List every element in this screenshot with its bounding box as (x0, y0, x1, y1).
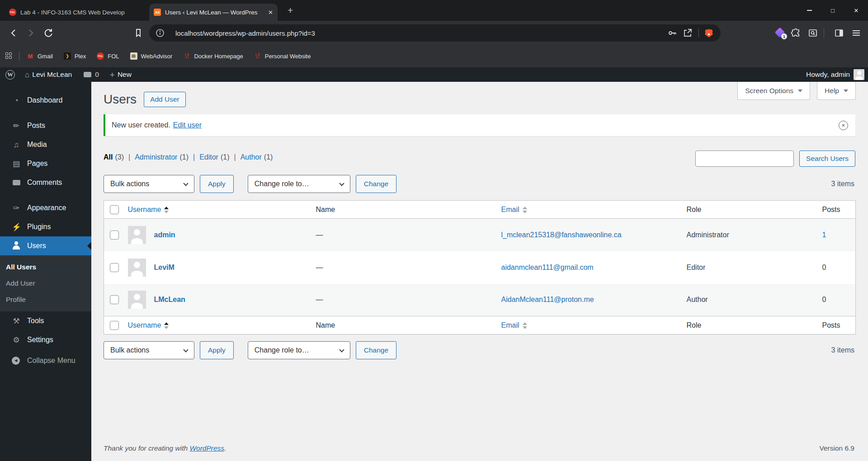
email-link[interactable]: aidanmclean111@gmail.com (501, 263, 594, 271)
row-checkbox[interactable] (110, 263, 119, 272)
submenu-all-users[interactable]: All Users (0, 259, 91, 275)
search-users-input[interactable] (695, 151, 794, 167)
sidebar-item-appearance[interactable]: ✑ Appearance (0, 198, 91, 217)
brave-rewards-icon[interactable]: 1 (775, 28, 786, 38)
bookmark-fol[interactable]: FOL FOL (97, 52, 119, 60)
address-bar[interactable]: localhost/wordpress/wp-admin/users.php?i… (149, 24, 721, 42)
menu-hamburger-icon[interactable] (851, 28, 862, 38)
tab-lab4[interactable]: FOL Lab 4 - INFO-3163 CMS Web Develop (5, 4, 139, 21)
sidebar-item-posts[interactable]: ✏ Posts (0, 116, 91, 135)
add-user-button[interactable]: Add User (144, 92, 186, 107)
posts-count-link[interactable]: 1 (822, 231, 826, 239)
filter-administrator[interactable]: Administrator (135, 153, 177, 161)
sidebar-item-collapse-menu[interactable]: ◀ Collapse Menu (0, 351, 91, 370)
name-cell: — (316, 219, 501, 251)
wordpress-logo-icon[interactable]: W (5, 70, 15, 80)
apply-button[interactable]: Apply (200, 175, 234, 193)
howdy-admin[interactable]: Howdy, admin (806, 71, 850, 79)
select-all-checkbox[interactable] (110, 205, 119, 214)
plus-icon: + (110, 71, 115, 79)
tab-users-wordpress[interactable]: XX Users ‹ Levi McLean — WordPres ✕ (149, 4, 278, 21)
dismiss-notice-icon[interactable]: ✕ (839, 121, 848, 130)
column-header-name: Name (316, 316, 501, 334)
bulk-actions-label: Bulk actions (110, 346, 149, 354)
extensions-puzzle-icon[interactable] (790, 28, 801, 38)
sort-username[interactable]: Username (128, 206, 161, 213)
sort-username[interactable]: Username (128, 321, 161, 329)
maximize-button[interactable]: □ (821, 0, 844, 21)
sidebar-item-dashboard[interactable]: ◔ Dashboard (0, 91, 91, 110)
users-submenu: All Users Add User Profile (0, 255, 91, 311)
sidebar-toggle-icon[interactable] (834, 28, 844, 38)
brave-shields-icon[interactable] (703, 28, 714, 38)
bulk-actions-select[interactable]: Bulk actions (104, 341, 194, 359)
filter-all[interactable]: All (104, 153, 113, 161)
share-icon[interactable] (682, 28, 693, 38)
reload-icon[interactable] (43, 28, 54, 38)
admin-bar-new[interactable]: + New (110, 71, 132, 79)
site-info-icon[interactable] (155, 28, 165, 38)
comments-bubble-icon (84, 72, 91, 77)
search-panel-icon[interactable] (807, 28, 818, 38)
bookmarks-panel-icon[interactable] (133, 28, 144, 38)
edit-user-link[interactable]: Edit user (173, 121, 202, 129)
username-link[interactable]: LMcLean (154, 296, 185, 304)
bulk-actions-select[interactable]: Bulk actions (104, 175, 194, 193)
sidebar-item-plugins[interactable]: ⚡ Plugins (0, 217, 91, 236)
tab-close-icon[interactable]: ✕ (268, 9, 273, 16)
sidebar-item-media[interactable]: ♫ Media (0, 135, 91, 154)
sidebar-item-tools[interactable]: ⚒ Tools (0, 311, 91, 330)
select-all-checkbox[interactable] (110, 321, 119, 330)
username-link[interactable]: admin (154, 231, 175, 239)
bookmark-webadvisor[interactable]: WebAdvisor (130, 52, 173, 60)
bookmark-gmail[interactable]: M Gmail (27, 52, 53, 60)
url-text[interactable]: localhost/wordpress/wp-admin/users.php?i… (175, 29, 667, 37)
username-link[interactable]: LeviM (154, 263, 175, 272)
close-button[interactable]: ✕ (844, 0, 868, 21)
bookmark-label: Docker Homepage (194, 53, 243, 60)
avatar[interactable] (854, 69, 864, 80)
wordpress-link[interactable]: WordPress (189, 444, 224, 452)
sidebar-item-pages[interactable]: ▤ Pages (0, 154, 91, 173)
email-link[interactable]: AidanMclean111@proton.me (501, 296, 594, 303)
change-role-select[interactable]: Change role to… (248, 175, 350, 193)
row-checkbox[interactable] (110, 230, 119, 240)
sidebar-item-label: Dashboard (27, 96, 62, 104)
sidebar-item-comments[interactable]: Comments (0, 173, 91, 192)
minimize-button[interactable] (797, 0, 821, 21)
password-key-icon[interactable] (667, 28, 678, 38)
apps-grid-icon[interactable] (5, 52, 13, 60)
change-button[interactable]: Change (356, 341, 396, 359)
screen-options-button[interactable]: Screen Options (737, 82, 810, 100)
bookmark-plex[interactable]: ❯ Plex (64, 52, 86, 60)
filter-author[interactable]: Author (241, 153, 262, 161)
submenu-profile[interactable]: Profile (0, 292, 91, 308)
bookmark-label: Plex (75, 53, 86, 60)
search-users-button[interactable]: Search Users (799, 151, 855, 167)
submenu-add-user[interactable]: Add User (0, 275, 91, 292)
new-tab-button[interactable]: + (288, 5, 293, 15)
sort-email[interactable]: Email (501, 321, 519, 329)
help-button[interactable]: Help (817, 82, 856, 100)
fol-favicon-icon: FOL (9, 9, 16, 16)
menu-separator (0, 110, 91, 116)
new-label: New (118, 71, 132, 79)
row-checkbox[interactable] (110, 295, 119, 304)
filter-editor[interactable]: Editor (199, 153, 218, 161)
change-role-select[interactable]: Change role to… (248, 341, 350, 359)
email-link[interactable]: l_mclean215318@fanshaweonline.ca (501, 231, 622, 239)
levi-site-icon: L EV I (183, 52, 190, 60)
admin-bar-comments[interactable]: 0 (84, 71, 99, 79)
sidebar-item-users[interactable]: Users (0, 236, 91, 255)
forward-icon[interactable] (25, 28, 36, 38)
admin-bar-site-name[interactable]: ⌂ Levi McLean (25, 71, 72, 79)
sidebar-item-settings[interactable]: ⚙ Settings (0, 330, 91, 349)
bookmark-personal-website[interactable]: L EV I Personal Website (254, 52, 311, 60)
bookmark-docker-homepage[interactable]: L EV I Docker Homepage (183, 52, 243, 60)
change-button[interactable]: Change (356, 175, 396, 193)
appearance-icon: ✑ (12, 204, 21, 212)
back-icon[interactable] (8, 28, 19, 38)
fol-icon: FOL (97, 52, 104, 60)
apply-button[interactable]: Apply (200, 341, 234, 359)
sort-email[interactable]: Email (501, 206, 519, 213)
